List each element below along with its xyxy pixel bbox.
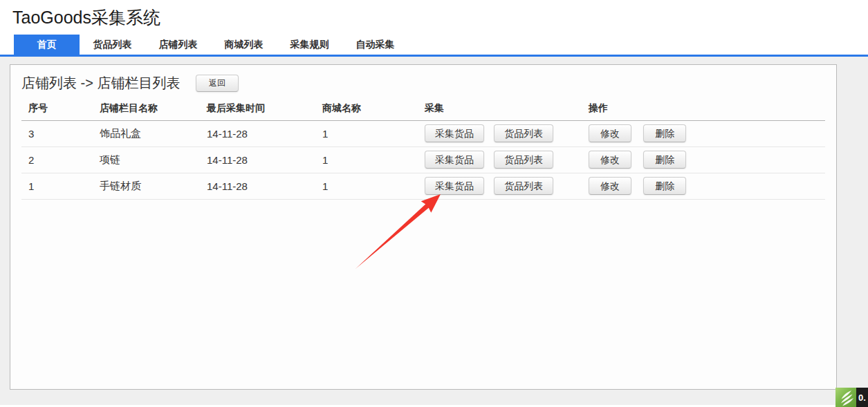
- cell-seq: 1: [21, 173, 93, 199]
- cell-action: 修改 删除: [582, 146, 825, 173]
- app-title: TaoGoods采集系统: [12, 8, 160, 27]
- back-button[interactable]: 返回: [196, 75, 239, 91]
- cell-action: 修改 删除: [582, 120, 825, 146]
- trace-time-value: 0.: [856, 388, 868, 407]
- cell-name: 饰品礼盒: [93, 120, 200, 146]
- table-row: 2 项链 14-11-28 1 采集货品 货品列表 修改 删除: [21, 146, 825, 173]
- table-row: 1 手链材质 14-11-28 1 采集货品 货品列表 修改 删除: [21, 173, 825, 199]
- cell-collect: 采集货品 货品列表: [418, 120, 582, 146]
- main-panel: 店铺列表 -> 店铺栏目列表 返回 序号 店铺栏目名称 最后采集时间 商城名称 …: [10, 64, 837, 390]
- goods-list-button[interactable]: 货品列表: [494, 151, 553, 169]
- cell-last-time: 14-11-28: [200, 120, 315, 146]
- tab-collect-rules[interactable]: 采集规则: [277, 35, 342, 55]
- header-action: 操作: [582, 100, 825, 120]
- cell-name: 手链材质: [93, 173, 200, 199]
- collect-goods-button[interactable]: 采集货品: [425, 177, 484, 196]
- cell-collect: 采集货品 货品列表: [418, 146, 582, 173]
- cell-last-time: 14-11-28: [200, 146, 315, 173]
- content-area: 店铺列表 -> 店铺栏目列表 返回 序号 店铺栏目名称 最后采集时间 商城名称 …: [0, 57, 868, 405]
- column-table: 序号 店铺栏目名称 最后采集时间 商城名称 采集 操作 3 饰品礼盒 14-11…: [21, 100, 825, 200]
- header-collect: 采集: [418, 100, 582, 120]
- header-seq: 序号: [21, 100, 93, 120]
- collect-goods-button[interactable]: 采集货品: [425, 151, 484, 169]
- header-mall: 商城名称: [315, 100, 418, 120]
- table-header-row: 序号 店铺栏目名称 最后采集时间 商城名称 采集 操作: [21, 100, 825, 120]
- header-last-time: 最后采集时间: [200, 100, 315, 120]
- edit-button[interactable]: 修改: [589, 177, 631, 196]
- delete-button[interactable]: 删除: [643, 124, 686, 143]
- table-row: 3 饰品礼盒 14-11-28 1 采集货品 货品列表 修改 删除: [21, 120, 825, 146]
- breadcrumb: 店铺列表 -> 店铺栏目列表: [21, 74, 180, 93]
- goods-list-button[interactable]: 货品列表: [494, 177, 553, 196]
- screen: TaoGoods采集系统 首页 货品列表 店铺列表 商城列表 采集规则 自动采集…: [0, 0, 868, 407]
- cell-seq: 3: [21, 120, 93, 146]
- cell-action: 修改 删除: [582, 173, 825, 199]
- cell-seq: 2: [21, 146, 93, 173]
- collect-goods-button[interactable]: 采集货品: [425, 124, 484, 143]
- tab-auto-collect[interactable]: 自动采集: [342, 35, 408, 55]
- delete-button[interactable]: 删除: [643, 151, 686, 169]
- cell-name: 项链: [93, 146, 200, 173]
- cell-mall: 1: [315, 120, 418, 146]
- tab-home[interactable]: 首页: [14, 35, 80, 55]
- tab-goods-list[interactable]: 货品列表: [80, 35, 145, 55]
- cell-mall: 1: [315, 146, 418, 173]
- app-header: TaoGoods采集系统: [0, 0, 868, 35]
- tab-mall-list[interactable]: 商城列表: [211, 35, 277, 55]
- cell-mall: 1: [315, 173, 418, 199]
- table-body: 3 饰品礼盒 14-11-28 1 采集货品 货品列表 修改 删除 2 项链 1…: [21, 120, 825, 199]
- panel-header: 店铺列表 -> 店铺栏目列表 返回: [21, 74, 825, 93]
- goods-list-button[interactable]: 货品列表: [494, 124, 553, 143]
- cell-last-time: 14-11-28: [200, 173, 315, 199]
- tab-shop-list[interactable]: 店铺列表: [145, 35, 211, 55]
- edit-button[interactable]: 修改: [589, 124, 631, 143]
- trace-widget: 0.: [835, 388, 868, 407]
- trace-flame-icon[interactable]: [835, 388, 856, 407]
- header-name: 店铺栏目名称: [93, 100, 200, 120]
- edit-button[interactable]: 修改: [589, 151, 631, 169]
- tab-bar: 首页 货品列表 店铺列表 商城列表 采集规则 自动采集: [0, 35, 868, 57]
- delete-button[interactable]: 删除: [643, 177, 686, 196]
- cell-collect: 采集货品 货品列表: [418, 173, 582, 199]
